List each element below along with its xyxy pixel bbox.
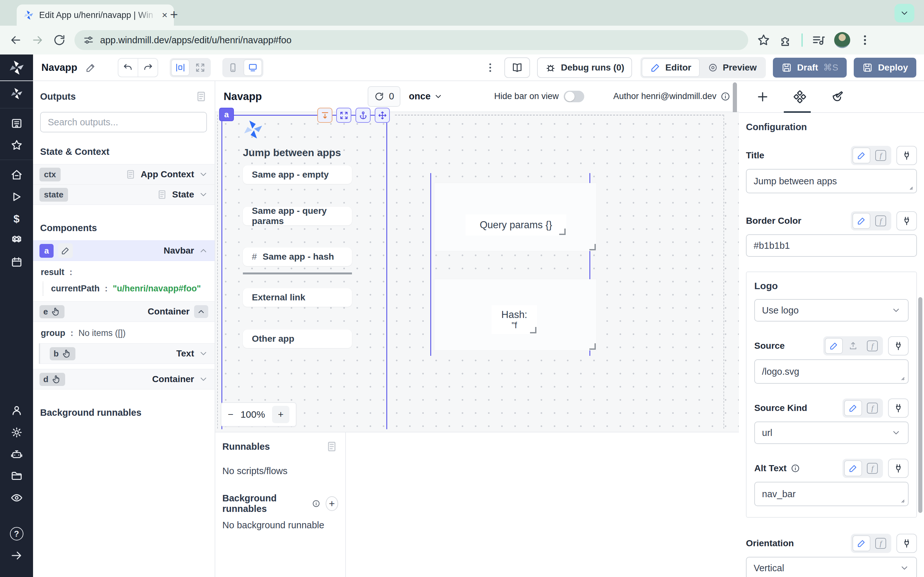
insert-component-tab[interactable]	[756, 90, 770, 104]
static-pencil-button[interactable]	[844, 460, 862, 476]
resize-handle[interactable]	[530, 327, 536, 334]
textarea-resize-icon[interactable]	[898, 496, 905, 504]
address-bar[interactable]: app.windmill.dev/apps/edit/u/henri/navap…	[74, 30, 748, 50]
avatar[interactable]	[834, 32, 850, 48]
title-input[interactable]: Jump between apps	[746, 169, 917, 193]
doc-icon[interactable]	[156, 189, 168, 200]
component-b-badge[interactable]: b	[50, 347, 75, 360]
billing-dollar-icon[interactable]: $	[13, 212, 19, 226]
fx-button[interactable]: f	[863, 338, 881, 354]
doc-panel-icon[interactable]	[325, 440, 338, 453]
static-pencil-button[interactable]	[825, 338, 843, 354]
fx-button[interactable]: f	[872, 535, 890, 551]
config-scrollbar[interactable]	[918, 297, 922, 513]
zoom-in-button[interactable]: +	[272, 406, 289, 423]
textarea-resize-icon[interactable]	[906, 183, 914, 191]
add-background-runnable-button[interactable]: +	[326, 496, 338, 511]
windmill-logo[interactable]	[0, 55, 33, 81]
media-controls-icon[interactable]	[811, 33, 826, 47]
bookmark-star-icon[interactable]	[756, 33, 771, 47]
preview-tab[interactable]: Preview	[700, 58, 764, 77]
nav-link-query-params[interactable]: Same app - query params	[243, 207, 352, 226]
browser-menu-icon[interactable]	[859, 34, 871, 47]
expand-down-button[interactable]	[317, 108, 333, 123]
audit-eye-icon[interactable]	[10, 491, 23, 504]
redo-button[interactable]	[137, 59, 158, 77]
connect-plug-button[interactable]	[888, 459, 909, 478]
connect-plug-button[interactable]	[897, 146, 917, 165]
nav-link-empty[interactable]: Same app - empty	[243, 165, 352, 184]
component-e-badge[interactable]: e	[39, 305, 65, 318]
more-options-icon[interactable]	[485, 62, 496, 73]
fx-button[interactable]: f	[863, 460, 881, 476]
static-pencil-button[interactable]	[853, 147, 871, 163]
hash-text[interactable]: Hash: "f	[491, 305, 537, 334]
move-button[interactable]	[375, 108, 390, 123]
back-icon[interactable]	[9, 33, 23, 47]
new-tab-button[interactable]: +	[170, 7, 178, 23]
folders-icon[interactable]	[10, 469, 23, 483]
query-params-text[interactable]: Query params {}	[465, 214, 566, 235]
docs-button[interactable]	[504, 57, 530, 78]
connect-plug-button[interactable]	[897, 534, 917, 553]
schedules-calendar-icon[interactable]	[10, 255, 23, 269]
site-settings-icon[interactable]	[83, 34, 94, 46]
chevron-down-icon[interactable]	[199, 374, 208, 384]
nav-link-hash[interactable]: # Same app - hash	[243, 247, 352, 266]
editor-tab[interactable]: Editor	[642, 58, 700, 77]
rename-pencil-icon[interactable]	[85, 62, 97, 73]
fx-button[interactable]: f	[863, 400, 881, 416]
component-row-container-e[interactable]: e Container	[33, 301, 215, 322]
component-row-navbar[interactable]: a Navbar	[33, 240, 215, 261]
resources-cubes-icon[interactable]	[10, 234, 23, 247]
nav-link-external[interactable]: External link	[243, 288, 352, 307]
connect-plug-button[interactable]	[888, 336, 909, 356]
current-path-row[interactable]: currentPath : "u/henri/navapp#foo"	[51, 284, 207, 293]
workers-robot-icon[interactable]	[10, 448, 23, 461]
nav-link-other-app[interactable]: Other app	[243, 330, 352, 348]
deploy-button[interactable]: Deploy	[854, 58, 916, 77]
favorites-star-icon[interactable]	[10, 139, 23, 152]
hide-bar-toggle[interactable]	[564, 91, 584, 102]
undo-button[interactable]	[118, 59, 137, 77]
windmill-home-icon[interactable]	[10, 87, 23, 100]
centered-layout-button[interactable]	[171, 59, 190, 76]
resize-handle[interactable]	[590, 343, 596, 350]
mobile-view-button[interactable]	[224, 59, 242, 76]
static-pencil-button[interactable]	[844, 400, 862, 416]
chevron-down-icon[interactable]	[199, 349, 208, 358]
chevron-down-icon[interactable]	[199, 169, 208, 179]
fx-button[interactable]: f	[872, 213, 890, 229]
component-row-text-b[interactable]: b Text	[40, 343, 215, 364]
collapse-arrow-icon[interactable]	[10, 549, 23, 562]
resize-handle[interactable]	[559, 229, 565, 235]
container-d[interactable]: Hash: "f	[435, 279, 596, 350]
search-input[interactable]	[40, 112, 207, 132]
home-icon[interactable]	[10, 168, 23, 182]
users-person-icon[interactable]	[10, 404, 23, 417]
fx-button[interactable]: f	[872, 147, 890, 163]
settings-tab[interactable]	[793, 90, 807, 104]
runs-play-icon[interactable]	[10, 190, 23, 203]
refresh-counter[interactable]: 0	[368, 86, 401, 107]
draft-button[interactable]: Draft ⌘S	[773, 58, 846, 77]
static-pencil-button[interactable]	[853, 213, 871, 229]
styling-tab[interactable]	[830, 90, 844, 104]
source-kind-select[interactable]: url	[754, 422, 909, 444]
info-icon[interactable]	[312, 498, 320, 509]
desktop-view-button[interactable]	[244, 59, 262, 76]
orientation-select[interactable]: Vertical	[746, 557, 917, 577]
upload-button[interactable]	[844, 338, 862, 354]
info-icon[interactable]	[720, 91, 730, 102]
textarea-resize-icon[interactable]	[898, 374, 905, 381]
expand-component-button[interactable]	[336, 108, 351, 123]
browser-tab[interactable]: Edit App u/henri/navapp | Win ×	[17, 5, 174, 26]
tab-close-icon[interactable]: ×	[162, 10, 168, 20]
collapse-button[interactable]	[194, 305, 208, 318]
anchor-button[interactable]	[355, 108, 371, 123]
extensions-puzzle-icon[interactable]	[779, 33, 793, 47]
full-width-button[interactable]	[191, 59, 210, 76]
source-input[interactable]: /logo.svg	[754, 359, 909, 384]
app-canvas[interactable]: a Jump between apps Same app - empty Sam…	[215, 112, 739, 432]
connect-plug-button[interactable]	[897, 211, 917, 230]
